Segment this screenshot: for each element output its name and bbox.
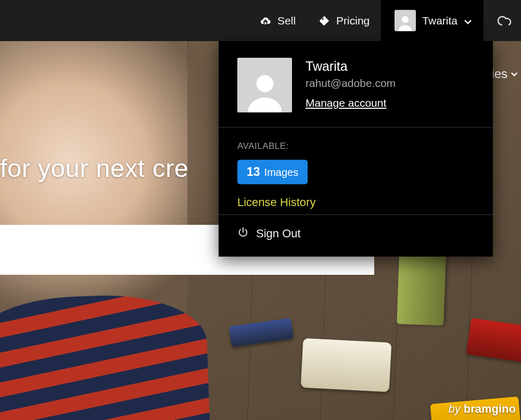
avatar-icon <box>395 10 416 31</box>
background-car <box>301 338 392 392</box>
dropdown-username: Twarita <box>306 59 396 74</box>
dropdown-email: rahut@adobe.com <box>306 77 396 90</box>
svg-point-2 <box>402 16 409 23</box>
available-label: AVAILABLE: <box>237 141 474 151</box>
available-unit: Images <box>264 167 299 179</box>
license-history-link[interactable]: License History <box>237 196 474 209</box>
creative-cloud-icon[interactable] <box>489 0 521 41</box>
cloud-upload-icon <box>260 15 271 27</box>
nav-sell[interactable]: Sell <box>248 0 307 41</box>
power-icon <box>237 226 249 241</box>
background-subject <box>0 292 211 420</box>
account-dropdown: Twarita rahut@adobe.com Manage account A… <box>219 41 493 257</box>
nav-sell-label: Sell <box>277 15 296 27</box>
hero-tagline: for your next cre <box>0 154 189 183</box>
attribution-by: by <box>448 402 463 415</box>
nav-pricing-label: Pricing <box>336 15 370 27</box>
attribution-author: bramgino <box>464 402 516 415</box>
top-navigation: Sell Pricing Twarita <box>0 0 521 41</box>
nav-account[interactable]: Twarita <box>381 0 484 41</box>
svg-point-1 <box>322 18 324 19</box>
available-images-badge[interactable]: 13 Images <box>237 160 308 184</box>
tag-icon <box>319 15 330 27</box>
chevron-down-icon <box>511 72 518 77</box>
chevron-down-icon <box>464 15 472 27</box>
nav-username: Twarita <box>422 15 458 27</box>
manage-account-link[interactable]: Manage account <box>306 97 386 109</box>
image-attribution[interactable]: by bramgino <box>448 402 516 416</box>
sign-out-label: Sign Out <box>256 227 301 240</box>
avatar-large <box>237 58 292 112</box>
sign-out-button[interactable]: Sign Out <box>219 215 493 257</box>
account-user-row: Twarita rahut@adobe.com Manage account <box>237 58 474 112</box>
available-count: 13 <box>247 165 260 179</box>
svg-point-3 <box>256 75 273 92</box>
nav-pricing[interactable]: Pricing <box>307 0 381 41</box>
